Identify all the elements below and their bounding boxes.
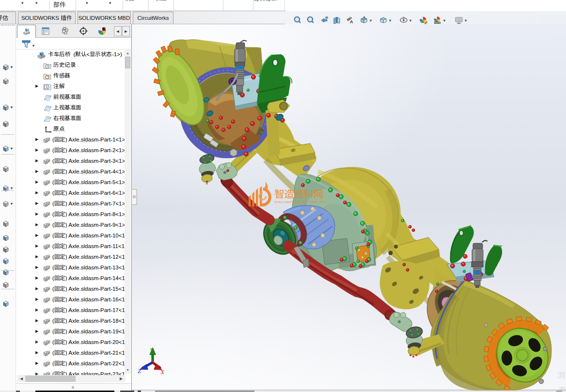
svg-text:INTELLIGENT MANUFACTURING DATA: INTELLIGENT MANUFACTURING DATA xyxy=(274,201,327,204)
svg-text:X: X xyxy=(160,368,165,376)
svg-text:A: A xyxy=(350,19,353,24)
svg-text:Z: Z xyxy=(138,367,142,375)
